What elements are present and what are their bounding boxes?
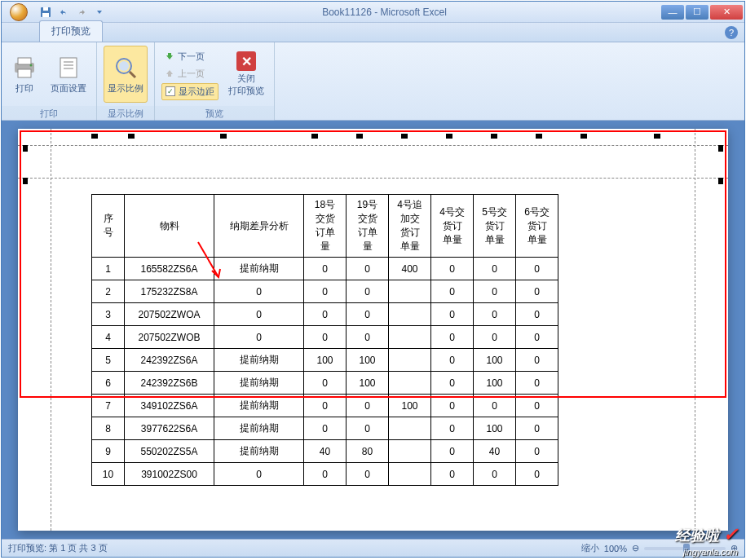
maximize-button[interactable]: ☐ [686,5,708,20]
table-header-cell: 6号交货订单量 [516,195,558,258]
title-bar: Book11126 - Microsoft Excel — ☐ ✕ [2,2,744,23]
zoom-out-button[interactable]: ⊖ [632,543,639,553]
table-cell: 0 [474,326,516,349]
app-window: Book11126 - Microsoft Excel — ☐ ✕ 打印预览 ?… [1,1,745,558]
table-cell: 0 [431,280,474,303]
table-cell: 2 [92,280,125,303]
table-cell: 0 [474,463,516,486]
print-button[interactable]: 打印 [8,46,41,103]
zoom-label: 缩小 [581,542,599,554]
table-cell: 40 [304,440,347,463]
window-controls: — ☐ ✕ [661,5,743,20]
table-cell: 0 [431,440,474,463]
table-cell: 0 [516,280,558,303]
table-cell: 3977622S6A [125,417,214,440]
close-x-icon: ✕ [236,51,256,71]
table-cell: 0 [431,303,474,326]
table-cell: 提前纳期 [214,417,304,440]
quick-access-toolbar [38,4,108,20]
minimize-button[interactable]: — [661,5,684,20]
table-cell: 0 [214,280,304,303]
table-cell: 0 [214,303,304,326]
save-icon[interactable] [38,4,54,20]
ribbon-tabs: 打印预览 ? [2,23,744,42]
page-setup-button[interactable]: 页面设置 [47,46,90,103]
table-row: 7349102ZS6A提前纳期00100000 [92,395,558,417]
checkbox-checked-icon: ✓ [166,86,175,96]
table-row: 9550202ZS5A提前纳期40800400 [92,440,558,463]
table-cell: 349102ZS6A [125,395,214,417]
table-cell [389,417,431,440]
table-cell: 100 [474,349,516,372]
undo-icon[interactable] [55,4,72,20]
office-button[interactable] [3,2,34,22]
table-cell: 0 [304,417,347,440]
table-cell: 提前纳期 [214,258,304,280]
table-cell: 207502ZWOA [125,303,214,326]
window-title: Book11126 - Microsoft Excel [108,7,661,18]
table-cell [389,463,431,486]
qat-dropdown-icon[interactable] [91,4,108,20]
table-cell: 175232ZS8A [125,280,214,303]
table-cell: 0 [347,303,389,326]
zoom-slider[interactable] [644,547,726,550]
table-cell: 242392ZS6A [125,349,214,372]
table-cell: 0 [431,349,474,372]
tab-print-preview[interactable]: 打印预览 [39,20,103,42]
table-cell [389,326,431,349]
preview-workspace: 序号物料纳期差异分析18号交货订单量19号交货订单量4号追加交货订单量4号交货订… [2,121,744,539]
table-row: 6242392ZS6B提前纳期010001000 [92,372,558,395]
preview-page[interactable]: 序号物料纳期差异分析18号交货订单量19号交货订单量4号追加交货订单量4号交货订… [18,129,728,531]
prev-page-button[interactable]: 上一页 [161,66,219,82]
page-setup-icon [55,55,82,81]
table-header-cell: 序号 [92,195,125,258]
close-button[interactable]: ✕ [710,5,743,20]
help-icon[interactable]: ? [725,26,738,39]
table-cell: 0 [347,463,389,486]
table-cell: 提前纳期 [214,349,304,372]
table-cell: 0 [347,395,389,417]
data-table: 序号物料纳期差异分析18号交货订单量19号交货订单量4号追加交货订单量4号交货订… [91,194,558,486]
table-cell: 0 [474,280,516,303]
close-preview-button[interactable]: ✕ 关闭 打印预览 [225,46,267,103]
table-cell: 0 [431,463,474,486]
table-cell: 0 [304,303,347,326]
ribbon-group-preview: 下一页 上一页 ✓ 显示边距 ✕ 关闭 打印预览 预览 [155,42,275,120]
svg-rect-9 [64,64,73,66]
zoom-in-button[interactable]: ⊕ [731,543,738,553]
table-cell: 0 [474,303,516,326]
table-header-cell: 18号交货订单量 [304,195,347,258]
table-cell: 100 [474,417,516,440]
svg-line-13 [130,72,135,77]
table-cell: 0 [214,326,304,349]
margin-ticks [18,134,728,142]
table-cell: 40 [474,440,516,463]
table-cell [389,440,431,463]
table-cell: 0 [516,326,558,349]
table-cell: 0 [347,280,389,303]
table-cell: 165582ZS6A [125,258,214,280]
table-cell: 207502ZWOB [125,326,214,349]
table-cell: 100 [389,395,431,417]
table-row: 2175232ZS8A000000 [92,280,558,303]
table-cell: 0 [516,440,558,463]
table-cell: 0 [304,258,347,280]
next-page-button[interactable]: 下一页 [161,49,219,64]
table-header-cell: 5号交货订单量 [474,195,516,258]
table-cell: 0 [516,349,558,372]
table-cell: 0 [431,258,474,280]
table-cell: 4 [92,326,125,349]
status-bar: 打印预览: 第 1 页 共 3 页 缩小 100% ⊖ ⊕ [2,539,744,557]
zoom-button[interactable]: 显示比例 [104,46,148,103]
redo-icon[interactable] [73,4,90,20]
ribbon: 打印 页面设置 打印 显示比例 显示比例 [2,42,744,121]
table-cell: 80 [347,440,389,463]
svg-rect-10 [64,68,73,69]
svg-rect-2 [43,7,48,11]
table-row: 10391002ZS00000000 [92,463,558,486]
table-row: 5242392ZS6A提前纳期10010001000 [92,349,558,372]
show-margins-checkbox[interactable]: ✓ 显示边距 [161,83,219,100]
status-page-info: 打印预览: 第 1 页 共 3 页 [8,542,581,554]
zoom-percentage: 100% [604,544,627,553]
table-cell: 0 [474,395,516,417]
